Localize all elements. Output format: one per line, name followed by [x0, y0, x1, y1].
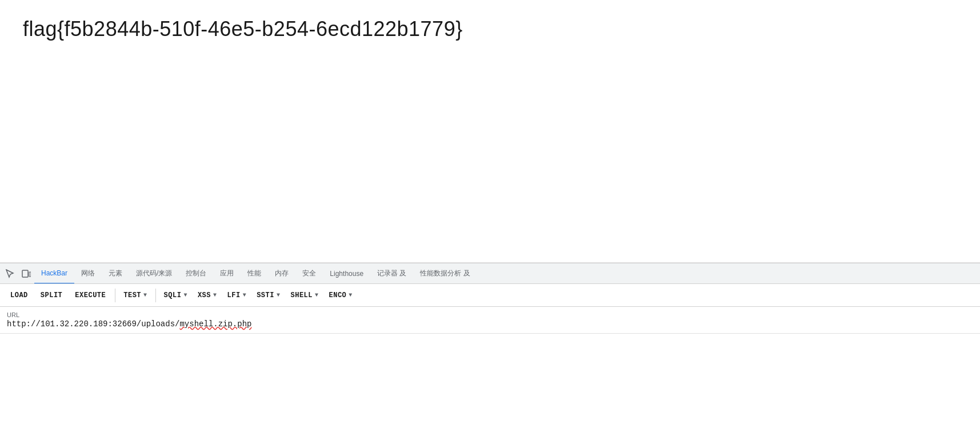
tab-hackbar[interactable]: HackBar	[34, 263, 74, 284]
tab-lighthouse[interactable]: Lighthouse	[323, 263, 370, 284]
hackbar-toolbar: LOAD SPLIT EXECUTE TEST ▼ SQLI ▼ XSS ▼ L…	[0, 284, 980, 307]
execute-button[interactable]: EXECUTE	[69, 289, 111, 302]
enco-dropdown-arrow: ▼	[349, 292, 353, 298]
shell-dropdown[interactable]: SHELL ▼	[286, 289, 323, 302]
enco-dropdown[interactable]: ENCO ▼	[325, 289, 357, 302]
tab-elements[interactable]: 元素	[102, 263, 129, 284]
xss-dropdown-arrow: ▼	[213, 292, 217, 298]
shell-label: SHELL	[290, 291, 313, 299]
flag-output: flag{f5b2844b-510f-46e5-b254-6ecd122b177…	[23, 17, 957, 41]
sqli-dropdown[interactable]: SQLI ▼	[159, 289, 192, 302]
tab-sources[interactable]: 源代码/来源	[129, 263, 179, 284]
ssti-dropdown-arrow: ▼	[277, 292, 281, 298]
test-dropdown[interactable]: TEST ▼	[119, 289, 151, 302]
tab-application[interactable]: 应用	[213, 263, 241, 284]
device-toolbar-icon[interactable]	[18, 266, 34, 282]
svg-rect-0	[22, 270, 28, 277]
xss-dropdown[interactable]: XSS ▼	[193, 289, 222, 302]
tab-console[interactable]: 控制台	[179, 263, 213, 284]
shell-dropdown-arrow: ▼	[315, 292, 319, 298]
ssti-label: SSTI	[257, 291, 274, 299]
sqli-label: SQLI	[164, 291, 182, 299]
enco-label: ENCO	[329, 291, 347, 299]
url-prefix: http://101.32.220.189:32669/uploads/	[7, 319, 179, 329]
tab-security[interactable]: 安全	[295, 263, 323, 284]
tab-performance[interactable]: 性能	[241, 263, 268, 284]
url-label: URL	[7, 311, 973, 318]
split-button[interactable]: SPLIT	[35, 289, 69, 302]
toolbar-separator-2	[155, 289, 156, 302]
test-dropdown-arrow: ▼	[143, 292, 147, 298]
sqli-dropdown-arrow: ▼	[183, 292, 187, 298]
test-label: TEST	[123, 291, 141, 299]
tab-network[interactable]: 网络	[74, 263, 102, 284]
url-value[interactable]: http://101.32.220.189:32669/uploads/mysh…	[7, 319, 973, 329]
tab-perfinsights[interactable]: 性能数据分析 及	[413, 263, 477, 284]
xss-label: XSS	[198, 291, 211, 299]
lfi-label: LFI	[227, 291, 241, 299]
inspect-element-icon[interactable]	[2, 266, 18, 282]
url-underlined-part: myshell.zip.php	[179, 319, 251, 329]
toolbar-separator-1	[115, 289, 115, 302]
lfi-dropdown[interactable]: LFI ▼	[223, 289, 251, 302]
load-button[interactable]: LOAD	[5, 289, 34, 302]
tab-memory[interactable]: 内存	[268, 263, 295, 284]
lfi-dropdown-arrow: ▼	[243, 292, 247, 298]
devtools-tab-bar: HackBar 网络 元素 源代码/来源 控制台 应用 性能 内存 安全 Lig…	[0, 263, 980, 284]
url-section: URL http://101.32.220.189:32669/uploads/…	[0, 307, 980, 334]
main-content-area: flag{f5b2844b-510f-46e5-b254-6ecd122b177…	[0, 0, 980, 263]
devtools-panel: HackBar 网络 元素 源代码/来源 控制台 应用 性能 内存 安全 Lig…	[0, 263, 980, 334]
tab-recorder[interactable]: 记录器 及	[370, 263, 413, 284]
ssti-dropdown[interactable]: SSTI ▼	[252, 289, 285, 302]
svg-rect-1	[29, 272, 31, 277]
